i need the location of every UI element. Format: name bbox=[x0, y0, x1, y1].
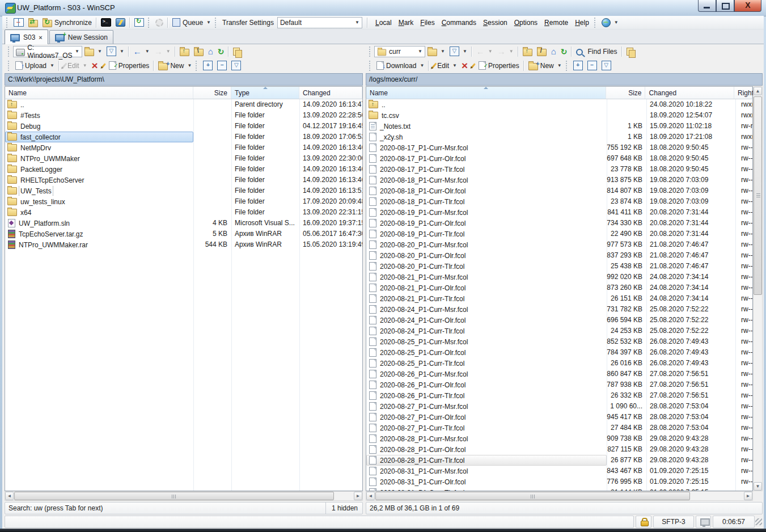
file-row[interactable]: 2020-08-26_P1-Curr-Olr.fcol787 938 KB27.… bbox=[366, 379, 752, 390]
file-row[interactable]: NTPro_UWMMaker.rar544 KBАрхив WinRAR15.0… bbox=[5, 239, 362, 250]
file-row[interactable]: 2020-08-17_P1-Curr-Tlr.fcol23 778 KB18.0… bbox=[366, 164, 752, 175]
menu-files[interactable]: Files bbox=[420, 19, 434, 27]
upload-button[interactable]: ↑ Upload ▼ bbox=[13, 60, 57, 71]
drive-combo[interactable]: C: Windows7_OS ▼ bbox=[13, 46, 82, 57]
file-row[interactable]: 2020-08-28_P1-Curr-Tlr.fcol26 877 KB29.0… bbox=[366, 455, 752, 466]
column-header-right[interactable]: Right bbox=[734, 87, 752, 99]
scroll-right-icon[interactable]: ► bbox=[354, 492, 362, 500]
select-files-button[interactable]: + bbox=[571, 60, 585, 71]
file-row[interactable]: 2020-08-21_P1-Curr-Msr.fcol992 020 KB24.… bbox=[366, 272, 752, 282]
file-row[interactable]: 2020-08-20_P1-Curr-Olr.fcol837 293 KB21.… bbox=[366, 250, 752, 261]
open-terminal-button[interactable] bbox=[99, 17, 113, 28]
refresh-button[interactable]: ↻ bbox=[558, 46, 570, 57]
column-header-size[interactable]: Size bbox=[193, 87, 231, 99]
file-row[interactable]: 2020-08-18_P1-Curr-Tlr.fcol23 874 KB19.0… bbox=[366, 196, 752, 207]
rename-button[interactable] bbox=[100, 60, 107, 71]
file-row[interactable]: 2020-08-27_P1-Curr-Tlr.fcol27 484 KB28.0… bbox=[366, 423, 752, 433]
filter-button[interactable]: ▽▼ bbox=[447, 46, 469, 57]
rename-button[interactable] bbox=[470, 60, 476, 71]
putty-button[interactable] bbox=[113, 17, 128, 28]
file-row[interactable]: 2020-08-17_P1-Curr-Msr.fcol755 192 KB18.… bbox=[366, 142, 752, 153]
file-row[interactable]: 2020-08-21_P1-Curr-Tlr.fcol26 151 KB24.0… bbox=[366, 293, 752, 304]
file-row[interactable]: UW_Platform.sln4 KBMicrosoft Visual S...… bbox=[5, 218, 362, 229]
forward-button[interactable]: →▼ bbox=[495, 46, 516, 57]
menu-local[interactable]: Local bbox=[375, 19, 392, 27]
file-row[interactable]: 2020-08-27_P1-Curr-Msr.fcol1 090 60...28… bbox=[366, 401, 752, 412]
tab-new-session[interactable]: New Session bbox=[49, 30, 113, 44]
file-row[interactable]: 2020-08-31_P1-Curr-Olr.fcol776 995 KB01.… bbox=[366, 476, 752, 487]
scroll-right-icon[interactable]: ► bbox=[744, 492, 752, 500]
remote-horizontal-scrollbar[interactable]: ◄ ► bbox=[366, 491, 753, 501]
file-row[interactable]: 2020-08-20_P1-Curr-Tlr.fcol25 438 KB21.0… bbox=[366, 261, 752, 272]
file-row[interactable]: 2020-08-18_P1-Curr-Msr.fcol913 875 KB19.… bbox=[366, 175, 752, 185]
new-button[interactable]: + New ▼ bbox=[156, 60, 194, 71]
parent-directory-button[interactable]: ↑ bbox=[520, 46, 535, 57]
file-row[interactable]: uw_tests_linuxFile folder17.09.2020 20:0… bbox=[5, 196, 362, 207]
properties-button[interactable]: ✓ Properties bbox=[107, 60, 152, 71]
local-path-bar[interactable]: C:\Work\!projects\UW_Platform\ bbox=[5, 73, 363, 86]
edit-button[interactable]: Edit ▼ bbox=[61, 60, 90, 71]
transfer-settings-combo[interactable]: Default ▼ bbox=[277, 17, 362, 28]
column-header-changed[interactable]: Changed bbox=[645, 87, 734, 99]
scrollbar-thumb[interactable] bbox=[14, 492, 334, 500]
select-files-button[interactable]: + bbox=[201, 60, 215, 71]
refresh-session-button[interactable] bbox=[132, 17, 146, 28]
file-row[interactable]: 2020-08-28_P1-Curr-Olr.fcol827 115 KB29.… bbox=[366, 444, 752, 455]
protocol-cell[interactable]: SFTP-3 bbox=[653, 516, 694, 528]
scroll-up-icon[interactable]: ▲ bbox=[754, 87, 762, 95]
security-cell[interactable] bbox=[636, 516, 651, 528]
remote-vertical-scrollbar[interactable]: ▲ ▼ bbox=[753, 86, 763, 491]
delete-button[interactable]: × bbox=[90, 60, 100, 71]
home-directory-button[interactable]: ⌂ bbox=[206, 46, 215, 57]
resize-grip[interactable] bbox=[755, 518, 762, 525]
download-button[interactable]: ↓ Download ▼ bbox=[374, 60, 426, 71]
file-row[interactable]: 2020-08-25_P1-Curr-Tlr.fcol26 016 KB26.0… bbox=[366, 358, 752, 369]
scroll-left-icon[interactable]: ◄ bbox=[366, 492, 375, 500]
menu-remote[interactable]: Remote bbox=[544, 19, 568, 27]
close-tab-icon[interactable]: × bbox=[39, 34, 42, 41]
file-row[interactable]: 2020-08-20_P1-Curr-Msr.fcol977 573 KB21.… bbox=[366, 239, 752, 250]
file-row[interactable]: ..Parent directory14.09.2020 16:13:47 bbox=[5, 99, 362, 110]
file-row[interactable]: TcpEchoServer.tar.gz5 KBАрхив WinRAR05.0… bbox=[5, 229, 362, 239]
file-row[interactable]: 2020-08-21_P1-Curr-Olr.fcol873 260 KB24.… bbox=[366, 282, 752, 293]
file-row[interactable]: 2020-08-28_P1-Curr-Msr.fcol909 738 KB29.… bbox=[366, 433, 752, 444]
file-row[interactable]: NetMpDrvFile folder14.09.2020 16:13:46 bbox=[5, 142, 362, 153]
file-row[interactable]: ..24.08.2020 10:18:22rwxr- bbox=[366, 99, 752, 110]
update-button[interactable]: ▼ bbox=[599, 17, 621, 28]
file-row[interactable]: 2020-08-19_P1-Curr-Olr.fcol734 330 KB20.… bbox=[366, 218, 752, 229]
file-row[interactable]: 2020-08-26_P1-Curr-Tlr.fcol26 332 KB27.0… bbox=[366, 390, 752, 401]
home-directory-button[interactable]: ⌂ bbox=[549, 46, 558, 57]
forward-button[interactable]: →▼ bbox=[152, 46, 173, 57]
queue-button[interactable]: Queue ▼ bbox=[170, 17, 213, 28]
column-header-name[interactable]: Name bbox=[366, 87, 606, 99]
maximize-button[interactable] bbox=[716, 0, 734, 12]
file-row[interactable]: 2020-08-27_P1-Curr-Olr.fcol945 417 KB28.… bbox=[366, 412, 752, 423]
delete-button[interactable]: × bbox=[459, 60, 470, 71]
file-row[interactable]: DebugFile folder04.12.2017 19:16:45 bbox=[5, 121, 362, 132]
tab-s03[interactable]: S03 × bbox=[5, 29, 48, 44]
file-row[interactable]: 2020-08-24_P1-Curr-Tlr.fcol24 253 KB25.0… bbox=[366, 326, 752, 336]
column-header-type[interactable]: Type bbox=[231, 87, 299, 99]
file-row[interactable]: x64File folder13.09.2020 22:31:15 bbox=[5, 207, 362, 218]
root-directory-button[interactable]: / bbox=[535, 46, 549, 57]
open-in-explorer-button[interactable] bbox=[231, 46, 242, 57]
column-header-name[interactable]: Name bbox=[5, 87, 193, 99]
properties-button[interactable]: ✓ Properties bbox=[476, 60, 522, 71]
edit-button[interactable]: Edit ▼ bbox=[431, 60, 459, 71]
file-row[interactable]: 2020-08-19_P1-Curr-Tlr.fcol22 490 KB20.0… bbox=[366, 229, 752, 239]
back-button[interactable]: ←▼ bbox=[474, 46, 495, 57]
refresh-button[interactable]: ↻ bbox=[215, 46, 227, 57]
open-directory-button[interactable]: ▼ bbox=[425, 46, 447, 57]
file-row[interactable]: NTPro_UWMMakerFile folder13.09.2020 22:3… bbox=[5, 153, 362, 164]
file-row[interactable]: 2020-08-17_P1-Curr-Olr.fcol697 648 KB18.… bbox=[366, 153, 752, 164]
add-bookmark-button[interactable] bbox=[624, 46, 636, 57]
back-button[interactable]: ←▼ bbox=[131, 46, 152, 57]
menu-commands[interactable]: Commands bbox=[442, 19, 476, 27]
file-row[interactable]: _x2y.sh1 KB18.09.2020 17:21:08rwxr- bbox=[366, 132, 752, 142]
hidden-files-status[interactable]: 1 hidden bbox=[325, 503, 358, 514]
file-row[interactable]: RHELTcpEchoServerFile folder14.09.2020 1… bbox=[5, 175, 362, 185]
new-button[interactable]: + New ▼ bbox=[526, 60, 564, 71]
synchronize-browsing-button[interactable]: ⇄ bbox=[26, 17, 40, 28]
file-row[interactable]: fast_collectorFile folder18.09.2020 17:0… bbox=[5, 132, 362, 142]
unselect-files-button[interactable]: − bbox=[585, 60, 599, 71]
